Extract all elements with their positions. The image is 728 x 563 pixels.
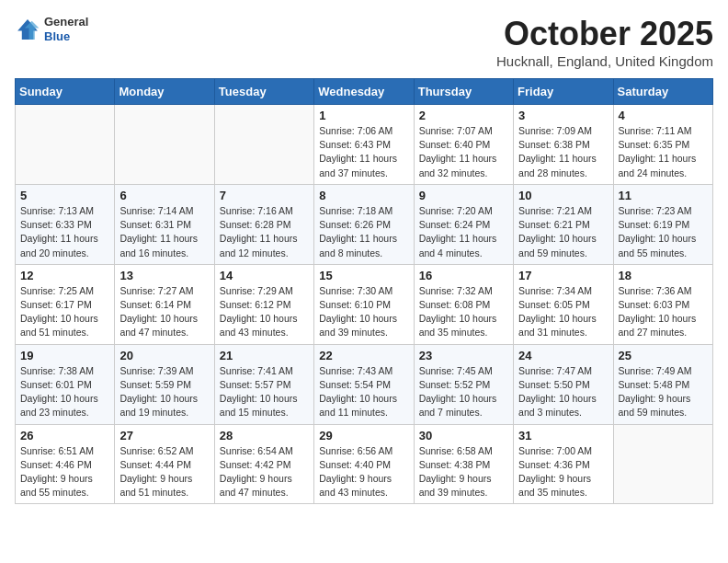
day-number: 13 <box>119 269 209 282</box>
day-number: 2 <box>419 109 508 122</box>
day-info: Sunrise: 7:23 AM Sunset: 6:19 PM Dayligh… <box>619 204 708 260</box>
day-info: Sunrise: 7:27 AM Sunset: 6:14 PM Dayligh… <box>119 284 209 340</box>
calendar-cell <box>613 424 712 504</box>
calendar-cell: 5Sunrise: 7:13 AM Sunset: 6:33 PM Daylig… <box>16 184 115 264</box>
calendar-cell: 22Sunrise: 7:43 AM Sunset: 5:54 PM Dayli… <box>314 344 414 424</box>
calendar-cell: 29Sunrise: 6:56 AM Sunset: 4:40 PM Dayli… <box>314 424 414 504</box>
day-number: 31 <box>518 429 608 442</box>
day-number: 7 <box>220 189 309 202</box>
title-block: October 2025 Hucknall, England, United K… <box>496 15 713 69</box>
weekday-header: Monday <box>115 79 214 105</box>
day-info: Sunrise: 7:00 AM Sunset: 4:36 PM Dayligh… <box>518 444 608 500</box>
day-info: Sunrise: 7:49 AM Sunset: 5:48 PM Dayligh… <box>619 364 708 420</box>
day-info: Sunrise: 7:38 AM Sunset: 6:01 PM Dayligh… <box>20 364 109 420</box>
calendar-cell: 30Sunrise: 6:58 AM Sunset: 4:38 PM Dayli… <box>414 424 513 504</box>
day-number: 16 <box>419 269 508 282</box>
day-number: 3 <box>518 109 608 122</box>
calendar-cell: 11Sunrise: 7:23 AM Sunset: 6:19 PM Dayli… <box>613 184 712 264</box>
day-number: 20 <box>119 349 209 362</box>
calendar-week-row: 19Sunrise: 7:38 AM Sunset: 6:01 PM Dayli… <box>16 344 713 424</box>
day-info: Sunrise: 7:21 AM Sunset: 6:21 PM Dayligh… <box>518 204 608 260</box>
calendar-cell: 6Sunrise: 7:14 AM Sunset: 6:31 PM Daylig… <box>115 184 214 264</box>
day-number: 28 <box>220 429 309 442</box>
day-info: Sunrise: 6:52 AM Sunset: 4:44 PM Dayligh… <box>119 444 209 500</box>
weekday-header: Friday <box>514 79 613 105</box>
calendar-cell: 3Sunrise: 7:09 AM Sunset: 6:38 PM Daylig… <box>514 105 613 185</box>
calendar-cell: 9Sunrise: 7:20 AM Sunset: 6:24 PM Daylig… <box>414 184 513 264</box>
calendar-week-row: 26Sunrise: 6:51 AM Sunset: 4:46 PM Dayli… <box>16 424 713 504</box>
calendar-cell <box>115 105 214 185</box>
calendar-cell: 10Sunrise: 7:21 AM Sunset: 6:21 PM Dayli… <box>514 184 613 264</box>
day-number: 19 <box>20 349 109 362</box>
day-number: 12 <box>20 269 109 282</box>
day-info: Sunrise: 6:56 AM Sunset: 4:40 PM Dayligh… <box>319 444 408 500</box>
day-info: Sunrise: 7:09 AM Sunset: 6:38 PM Dayligh… <box>518 124 608 180</box>
day-number: 9 <box>419 189 508 202</box>
day-info: Sunrise: 7:43 AM Sunset: 5:54 PM Dayligh… <box>319 364 408 420</box>
day-number: 5 <box>20 189 109 202</box>
day-number: 29 <box>319 429 408 442</box>
calendar-table: SundayMondayTuesdayWednesdayThursdayFrid… <box>15 78 713 504</box>
calendar-cell: 14Sunrise: 7:29 AM Sunset: 6:12 PM Dayli… <box>214 264 313 344</box>
day-number: 15 <box>319 269 408 282</box>
calendar-cell: 27Sunrise: 6:52 AM Sunset: 4:44 PM Dayli… <box>115 424 214 504</box>
calendar-cell: 18Sunrise: 7:36 AM Sunset: 6:03 PM Dayli… <box>613 264 712 344</box>
weekday-header: Saturday <box>613 79 712 105</box>
day-number: 18 <box>619 269 708 282</box>
day-info: Sunrise: 7:11 AM Sunset: 6:35 PM Dayligh… <box>619 124 708 180</box>
calendar-cell <box>214 105 313 185</box>
calendar-cell: 26Sunrise: 6:51 AM Sunset: 4:46 PM Dayli… <box>16 424 115 504</box>
logo: General Blue <box>15 15 88 43</box>
location: Hucknall, England, United Kingdom <box>496 53 713 69</box>
day-number: 23 <box>419 349 508 362</box>
calendar-cell: 21Sunrise: 7:41 AM Sunset: 5:57 PM Dayli… <box>214 344 313 424</box>
calendar-cell: 20Sunrise: 7:39 AM Sunset: 5:59 PM Dayli… <box>115 344 214 424</box>
calendar-cell: 4Sunrise: 7:11 AM Sunset: 6:35 PM Daylig… <box>613 105 712 185</box>
day-number: 26 <box>20 429 109 442</box>
day-number: 8 <box>319 189 408 202</box>
calendar-week-row: 1Sunrise: 7:06 AM Sunset: 6:43 PM Daylig… <box>16 105 713 185</box>
day-info: Sunrise: 7:29 AM Sunset: 6:12 PM Dayligh… <box>220 284 309 340</box>
calendar-cell: 25Sunrise: 7:49 AM Sunset: 5:48 PM Dayli… <box>613 344 712 424</box>
month-title: October 2025 <box>496 15 713 53</box>
day-info: Sunrise: 7:34 AM Sunset: 6:05 PM Dayligh… <box>518 284 608 340</box>
day-info: Sunrise: 6:51 AM Sunset: 4:46 PM Dayligh… <box>20 444 109 500</box>
page-header: General Blue October 2025 Hucknall, Engl… <box>15 15 713 69</box>
calendar-cell: 15Sunrise: 7:30 AM Sunset: 6:10 PM Dayli… <box>314 264 414 344</box>
calendar-week-row: 12Sunrise: 7:25 AM Sunset: 6:17 PM Dayli… <box>16 264 713 344</box>
day-info: Sunrise: 7:20 AM Sunset: 6:24 PM Dayligh… <box>419 204 508 260</box>
calendar-cell: 13Sunrise: 7:27 AM Sunset: 6:14 PM Dayli… <box>115 264 214 344</box>
calendar-cell: 24Sunrise: 7:47 AM Sunset: 5:50 PM Dayli… <box>514 344 613 424</box>
calendar-week-row: 5Sunrise: 7:13 AM Sunset: 6:33 PM Daylig… <box>16 184 713 264</box>
day-info: Sunrise: 7:14 AM Sunset: 6:31 PM Dayligh… <box>119 204 209 260</box>
logo-icon <box>15 17 40 42</box>
calendar-cell: 28Sunrise: 6:54 AM Sunset: 4:42 PM Dayli… <box>214 424 313 504</box>
weekday-header: Thursday <box>414 79 513 105</box>
day-info: Sunrise: 7:32 AM Sunset: 6:08 PM Dayligh… <box>419 284 508 340</box>
day-number: 17 <box>518 269 608 282</box>
day-info: Sunrise: 7:47 AM Sunset: 5:50 PM Dayligh… <box>518 364 608 420</box>
day-info: Sunrise: 7:41 AM Sunset: 5:57 PM Dayligh… <box>220 364 309 420</box>
day-number: 1 <box>319 109 408 122</box>
day-number: 27 <box>119 429 209 442</box>
calendar-cell: 23Sunrise: 7:45 AM Sunset: 5:52 PM Dayli… <box>414 344 513 424</box>
calendar-cell: 7Sunrise: 7:16 AM Sunset: 6:28 PM Daylig… <box>214 184 313 264</box>
logo-blue-text: Blue <box>44 29 88 44</box>
day-number: 22 <box>319 349 408 362</box>
calendar-cell: 19Sunrise: 7:38 AM Sunset: 6:01 PM Dayli… <box>16 344 115 424</box>
calendar-cell: 8Sunrise: 7:18 AM Sunset: 6:26 PM Daylig… <box>314 184 414 264</box>
calendar-cell: 16Sunrise: 7:32 AM Sunset: 6:08 PM Dayli… <box>414 264 513 344</box>
day-info: Sunrise: 7:30 AM Sunset: 6:10 PM Dayligh… <box>319 284 408 340</box>
day-number: 14 <box>220 269 309 282</box>
day-number: 10 <box>518 189 608 202</box>
calendar-cell: 1Sunrise: 7:06 AM Sunset: 6:43 PM Daylig… <box>314 105 414 185</box>
weekday-header: Tuesday <box>214 79 313 105</box>
weekday-header: Sunday <box>16 79 115 105</box>
day-number: 30 <box>419 429 508 442</box>
calendar-cell: 31Sunrise: 7:00 AM Sunset: 4:36 PM Dayli… <box>514 424 613 504</box>
calendar-cell <box>16 105 115 185</box>
logo-general-text: General <box>44 15 88 29</box>
calendar-cell: 2Sunrise: 7:07 AM Sunset: 6:40 PM Daylig… <box>414 105 513 185</box>
day-info: Sunrise: 7:18 AM Sunset: 6:26 PM Dayligh… <box>319 204 408 260</box>
day-info: Sunrise: 6:58 AM Sunset: 4:38 PM Dayligh… <box>419 444 508 500</box>
